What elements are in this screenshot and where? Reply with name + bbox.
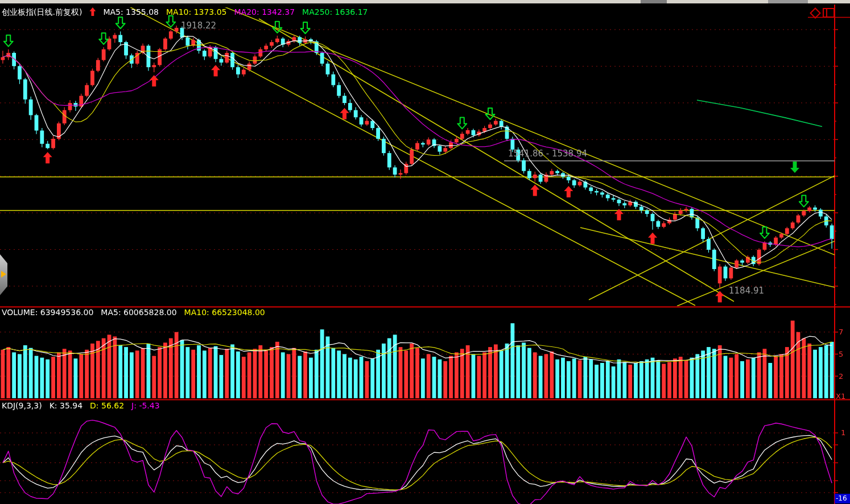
top-edge-segment	[641, 0, 667, 3]
peak-price-label: 1918.22	[181, 20, 216, 31]
kdj-name-label: KDJ(9,3,3)	[2, 401, 42, 410]
volume-ma10-label: MA10: 66523048.00	[184, 308, 265, 317]
chart-canvas[interactable]	[0, 0, 850, 504]
kdj-k-label: K: 35.94	[49, 401, 82, 410]
window-top-edge	[0, 0, 850, 3]
up-arrow-icon	[89, 7, 96, 16]
ma20-label: MA20: 1342.37	[234, 7, 295, 16]
band-price-label: 1541.86 - 1538.94	[508, 148, 587, 159]
kdj-min-badge: -16	[835, 494, 850, 503]
volume-axis-label: 2	[839, 372, 843, 381]
panes-icon[interactable]	[823, 8, 835, 18]
kdj-j-label: J: -5.43	[131, 401, 160, 410]
stock-chart-app: 创业板指(日线.前复权)MA5: 1355.08MA10: 1373.05MA2…	[0, 0, 850, 504]
volume-header: VOLUME: 63949536.00MA5: 60065828.00MA10:…	[2, 308, 273, 317]
volume-axis-label: 7	[839, 328, 843, 336]
ma10-label: MA10: 1373.05	[166, 7, 227, 16]
chart-title: 创业板指(日线.前复权)	[2, 7, 82, 16]
trough-price-label: 1184.91	[729, 286, 764, 296]
main-chart-header: 创业板指(日线.前复权)MA5: 1355.08MA10: 1373.05MA2…	[2, 7, 376, 18]
kdj-d-label: D: 56.62	[90, 401, 124, 410]
kdj-axis-label: 1	[841, 428, 845, 437]
top-edge-segment	[768, 0, 808, 3]
kdj-header: KDJ(9,3,3)K: 35.94D: 56.62J: -5.43	[2, 401, 167, 410]
ma250-label: MA250: 1636.17	[302, 7, 368, 16]
volume-axis-multiplier: X1	[836, 392, 845, 400]
volume-value-label: VOLUME: 63949536.00	[2, 308, 93, 317]
expand-arrow-icon	[1, 271, 6, 278]
ma5-label: MA5: 1355.08	[103, 7, 159, 16]
volume-axis-label: 5	[839, 350, 843, 358]
volume-ma5-label: MA5: 60065828.00	[101, 308, 176, 317]
panes-icon-divider	[826, 9, 827, 16]
